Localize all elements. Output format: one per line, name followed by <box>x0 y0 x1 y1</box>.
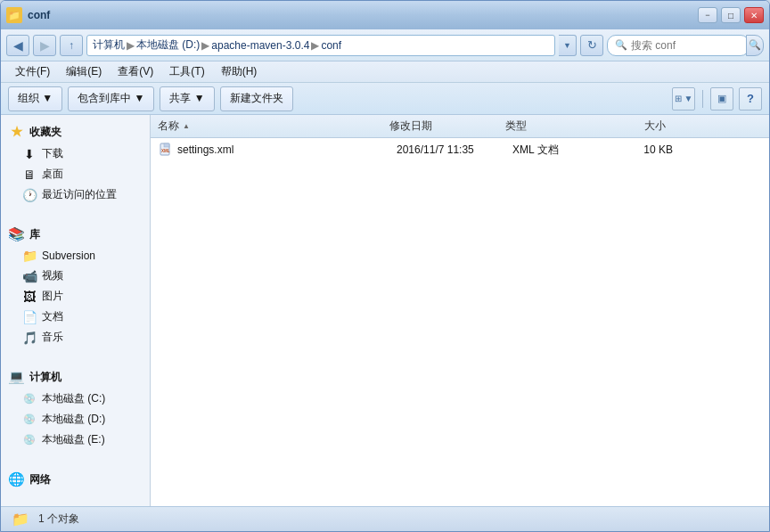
status-folder-icon: 📁 <box>12 511 29 528</box>
close-button[interactable]: ✕ <box>744 7 764 23</box>
sidebar-item-recent[interactable]: 🕐 最近访问的位置 <box>1 184 150 205</box>
window-icon: 📁 <box>6 7 22 23</box>
title-bar-left: 📁 conf <box>6 7 50 23</box>
maximize-button[interactable]: □ <box>721 7 741 23</box>
network-header[interactable]: 🌐 网络 <box>1 468 150 491</box>
table-row[interactable]: XML settings.xml 2016/11/7 11:35 XML 文档 … <box>151 140 769 160</box>
desktop-icon: 🖥 <box>22 168 37 182</box>
col-name-header[interactable]: 名称 ▲ <box>158 119 389 134</box>
computer-header[interactable]: 💻 计算机 <box>1 365 150 389</box>
subversion-icon: 📁 <box>22 249 37 263</box>
breadcrumb-sep-2: ▶ <box>311 39 319 52</box>
favorites-header[interactable]: ★ 收藏夹 <box>1 120 150 143</box>
menu-file[interactable]: 文件(F) <box>8 62 57 81</box>
sidebar-item-pictures[interactable]: 🖼 图片 <box>1 286 150 307</box>
address-dropdown-button[interactable]: ▼ <box>559 35 577 56</box>
svg-rect-1 <box>164 143 169 147</box>
download-icon: ⬇ <box>22 147 37 161</box>
sidebar-item-video-label: 视频 <box>42 268 63 283</box>
sidebar-item-drive-e-label: 本地磁盘 (E:) <box>42 432 105 447</box>
col-size-header[interactable]: 大小 <box>594 119 666 134</box>
libraries-section: 📚 库 📁 Subversion 📹 视频 🖼 图片 📄 文档 <box>1 217 150 353</box>
preview-pane-button[interactable]: ▣ <box>710 87 733 110</box>
menu-help[interactable]: 帮助(H) <box>214 62 265 81</box>
file-name-settings: settings.xml <box>177 143 397 156</box>
computer-icon: 💻 <box>8 369 24 385</box>
breadcrumb-item-1[interactable]: 本地磁盘 (D:) <box>136 37 200 53</box>
sidebar-item-music[interactable]: 🎵 音乐 <box>1 327 150 348</box>
sidebar: ★ 收藏夹 ⬇ 下载 🖥 桌面 🕐 最近访问的位置 <box>1 115 151 506</box>
organize-button[interactable]: 组织 ▼ <box>8 86 62 111</box>
window: 📁 conf － □ ✕ ◀ ▶ ↑ 计算机 ▶ 本地磁盘 (D:) ▶ apa… <box>0 0 770 532</box>
sidebar-item-pictures-label: 图片 <box>42 289 63 304</box>
sidebar-item-subversion-label: Subversion <box>42 250 95 262</box>
share-button[interactable]: 共享 ▼ <box>160 86 214 111</box>
sidebar-item-drive-d-label: 本地磁盘 (D:) <box>42 412 105 427</box>
computer-label: 计算机 <box>29 370 61 385</box>
computer-section: 💻 计算机 💿 本地磁盘 (C:) 💿 本地磁盘 (D:) 💿 本地磁盘 (E:… <box>1 360 150 455</box>
documents-icon: 📄 <box>22 310 37 324</box>
sidebar-item-subversion[interactable]: 📁 Subversion <box>1 246 150 266</box>
breadcrumbs: 计算机 ▶ 本地磁盘 (D:) ▶ apache-maven-3.0.4 ▶ c… <box>93 37 341 53</box>
title-bar-text: conf <box>28 9 50 21</box>
pictures-icon: 🖼 <box>22 290 37 304</box>
col-date-header[interactable]: 修改日期 <box>389 119 505 134</box>
sort-arrow-icon: ▲ <box>183 122 190 130</box>
title-bar: 📁 conf － □ ✕ <box>1 1 769 29</box>
sidebar-item-desktop[interactable]: 🖥 桌面 <box>1 164 150 184</box>
col-type-header[interactable]: 类型 <box>505 119 594 134</box>
sidebar-item-drive-e[interactable]: 💿 本地磁盘 (E:) <box>1 430 150 450</box>
favorites-label: 收藏夹 <box>29 125 61 140</box>
help-button[interactable]: ? <box>739 87 762 110</box>
search-submit-button[interactable]: 🔍 <box>746 35 764 56</box>
drive-d-icon: 💿 <box>22 413 37 427</box>
sidebar-item-drive-c[interactable]: 💿 本地磁盘 (C:) <box>1 389 150 409</box>
sidebar-item-download[interactable]: ⬇ 下载 <box>1 143 150 164</box>
file-size-settings: 10 KB <box>602 143 673 156</box>
menu-edit[interactable]: 编辑(E) <box>59 62 109 81</box>
sidebar-item-documents-label: 文档 <box>42 309 63 324</box>
include-library-button[interactable]: 包含到库中 ▼ <box>68 86 154 111</box>
sidebar-item-download-label: 下载 <box>42 146 63 161</box>
breadcrumb-item-3[interactable]: conf <box>321 39 341 52</box>
network-icon: 🌐 <box>8 471 24 487</box>
search-box[interactable]: 🔍 <box>607 35 750 56</box>
file-table-header: 名称 ▲ 修改日期 类型 大小 <box>151 115 769 138</box>
file-date-settings: 2016/11/7 11:35 <box>397 143 512 156</box>
svg-text:XML: XML <box>161 149 170 153</box>
up-button[interactable]: ↑ <box>60 35 83 56</box>
libraries-label: 库 <box>29 227 40 242</box>
main-area: ★ 收藏夹 ⬇ 下载 🖥 桌面 🕐 最近访问的位置 <box>1 115 769 506</box>
sidebar-item-desktop-label: 桌面 <box>42 167 63 182</box>
minimize-button[interactable]: － <box>698 7 717 23</box>
file-type-settings: XML 文档 <box>512 143 602 158</box>
sidebar-item-video[interactable]: 📹 视频 <box>1 266 150 286</box>
drive-e-icon: 💿 <box>22 433 37 447</box>
status-count: 1 个对象 <box>38 512 79 527</box>
recent-icon: 🕐 <box>22 188 37 202</box>
sidebar-item-drive-c-label: 本地磁盘 (C:) <box>42 391 105 406</box>
music-icon: 🎵 <box>22 331 37 345</box>
forward-button[interactable]: ▶ <box>33 35 56 56</box>
breadcrumb-item-0[interactable]: 计算机 <box>93 37 125 53</box>
menu-tools[interactable]: 工具(T) <box>162 62 211 81</box>
status-bar: 📁 1 个对象 <box>1 506 769 531</box>
libraries-header[interactable]: 📚 库 <box>1 223 150 246</box>
toolbar: 组织 ▼ 包含到库中 ▼ 共享 ▼ 新建文件夹 ⊞ ▼ ▣ ? <box>1 83 769 115</box>
sidebar-item-drive-d[interactable]: 💿 本地磁盘 (D:) <box>1 409 150 430</box>
menu-view[interactable]: 查看(V) <box>111 62 160 81</box>
search-icon: 🔍 <box>615 39 627 51</box>
sidebar-item-documents[interactable]: 📄 文档 <box>1 307 150 327</box>
window-controls: － □ ✕ <box>698 7 764 23</box>
breadcrumb-item-2[interactable]: apache-maven-3.0.4 <box>211 39 309 52</box>
network-label: 网络 <box>29 472 51 487</box>
video-icon: 📹 <box>22 269 37 283</box>
address-bar[interactable]: 计算机 ▶ 本地磁盘 (D:) ▶ apache-maven-3.0.4 ▶ c… <box>86 35 555 56</box>
refresh-button[interactable]: ↻ <box>580 35 603 56</box>
sidebar-item-music-label: 音乐 <box>42 330 63 345</box>
network-section: 🌐 网络 <box>1 462 150 496</box>
view-button[interactable]: ⊞ ▼ <box>672 87 695 110</box>
new-folder-button[interactable]: 新建文件夹 <box>220 86 293 111</box>
back-button[interactable]: ◀ <box>6 35 29 56</box>
search-input[interactable] <box>631 39 741 52</box>
